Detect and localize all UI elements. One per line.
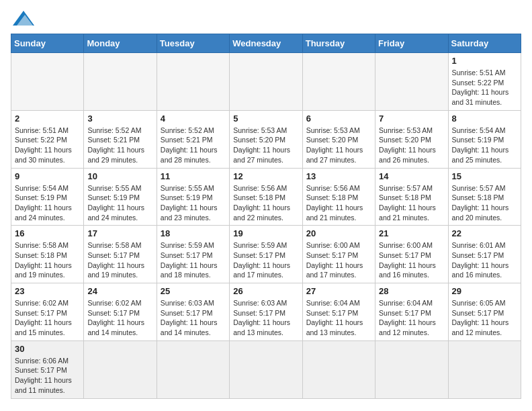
weekday-header-sunday: Sunday <box>11 34 84 53</box>
day-info: Sunrise: 6:03 AM Sunset: 5:17 PM Dayligh… <box>161 298 226 338</box>
weekday-header-tuesday: Tuesday <box>157 34 229 53</box>
day-number: 17 <box>87 228 152 238</box>
day-info: Sunrise: 6:04 AM Sunset: 5:17 PM Dayligh… <box>379 298 444 338</box>
calendar-cell: 17Sunrise: 5:58 AM Sunset: 5:17 PM Dayli… <box>84 226 157 283</box>
calendar-cell: 26Sunrise: 6:03 AM Sunset: 5:17 PM Dayli… <box>230 283 302 341</box>
calendar-cell: 10Sunrise: 5:55 AM Sunset: 5:19 PM Dayli… <box>84 168 157 226</box>
day-number: 5 <box>233 113 298 124</box>
day-info: Sunrise: 5:55 AM Sunset: 5:19 PM Dayligh… <box>161 183 226 223</box>
day-number: 10 <box>87 171 152 181</box>
calendar-cell: 23Sunrise: 6:02 AM Sunset: 5:17 PM Dayli… <box>11 283 84 341</box>
calendar-cell: 16Sunrise: 5:58 AM Sunset: 5:18 PM Dayli… <box>11 226 84 283</box>
calendar-cell: 5Sunrise: 5:53 AM Sunset: 5:20 PM Daylig… <box>230 110 302 168</box>
logo <box>11 11 34 27</box>
day-number: 25 <box>161 286 226 296</box>
day-info: Sunrise: 5:51 AM Sunset: 5:22 PM Dayligh… <box>15 126 80 165</box>
calendar-cell <box>11 53 84 111</box>
calendar-cell: 13Sunrise: 5:56 AM Sunset: 5:18 PM Dayli… <box>302 168 375 226</box>
calendar-cell-empty <box>157 340 229 398</box>
logo-icon <box>13 11 34 26</box>
weekday-header-monday: Monday <box>84 34 157 53</box>
calendar-cell: 6Sunrise: 5:53 AM Sunset: 5:20 PM Daylig… <box>302 110 375 168</box>
day-info: Sunrise: 5:57 AM Sunset: 5:18 PM Dayligh… <box>379 183 444 223</box>
calendar-cell: 3Sunrise: 5:52 AM Sunset: 5:21 PM Daylig… <box>84 110 157 168</box>
day-info: Sunrise: 5:58 AM Sunset: 5:18 PM Dayligh… <box>15 240 80 280</box>
calendar-week-row: 2Sunrise: 5:51 AM Sunset: 5:22 PM Daylig… <box>11 110 521 168</box>
calendar-cell <box>84 53 157 111</box>
day-info: Sunrise: 6:04 AM Sunset: 5:17 PM Dayligh… <box>306 298 371 338</box>
calendar-cell <box>157 53 229 111</box>
day-number: 27 <box>306 286 371 296</box>
calendar-cell: 14Sunrise: 5:57 AM Sunset: 5:18 PM Dayli… <box>375 168 448 226</box>
day-info: Sunrise: 5:54 AM Sunset: 5:19 PM Dayligh… <box>452 126 517 165</box>
day-number: 13 <box>306 171 371 181</box>
calendar-cell: 11Sunrise: 5:55 AM Sunset: 5:19 PM Dayli… <box>157 168 229 226</box>
day-info: Sunrise: 5:53 AM Sunset: 5:20 PM Dayligh… <box>233 126 298 165</box>
day-info: Sunrise: 6:06 AM Sunset: 5:17 PM Dayligh… <box>15 356 80 396</box>
day-number: 26 <box>233 286 298 296</box>
calendar-cell-empty <box>375 340 448 398</box>
calendar-cell <box>302 53 375 111</box>
calendar-week-row: 23Sunrise: 6:02 AM Sunset: 5:17 PM Dayli… <box>11 283 521 341</box>
day-number: 11 <box>161 171 226 181</box>
calendar-cell: 12Sunrise: 5:56 AM Sunset: 5:18 PM Dayli… <box>230 168 302 226</box>
day-number: 23 <box>15 286 80 296</box>
calendar-cell: 18Sunrise: 5:59 AM Sunset: 5:17 PM Dayli… <box>157 226 229 283</box>
calendar: SundayMondayTuesdayWednesdayThursdayFrid… <box>11 34 521 399</box>
day-number: 4 <box>161 113 226 124</box>
calendar-cell-empty <box>302 340 375 398</box>
calendar-cell: 22Sunrise: 6:01 AM Sunset: 5:17 PM Dayli… <box>448 226 521 283</box>
calendar-cell: 27Sunrise: 6:04 AM Sunset: 5:17 PM Dayli… <box>302 283 375 341</box>
calendar-cell: 9Sunrise: 5:54 AM Sunset: 5:19 PM Daylig… <box>11 168 84 226</box>
calendar-cell: 8Sunrise: 5:54 AM Sunset: 5:19 PM Daylig… <box>448 110 521 168</box>
day-info: Sunrise: 6:00 AM Sunset: 5:17 PM Dayligh… <box>306 240 371 280</box>
calendar-cell: 28Sunrise: 6:04 AM Sunset: 5:17 PM Dayli… <box>375 283 448 341</box>
calendar-cell-empty <box>230 340 302 398</box>
weekday-header-saturday: Saturday <box>448 34 521 53</box>
day-info: Sunrise: 5:59 AM Sunset: 5:17 PM Dayligh… <box>161 240 226 280</box>
day-number: 1 <box>452 56 517 66</box>
day-info: Sunrise: 5:53 AM Sunset: 5:20 PM Dayligh… <box>306 126 371 165</box>
day-number: 3 <box>87 113 152 124</box>
day-info: Sunrise: 6:05 AM Sunset: 5:17 PM Dayligh… <box>452 298 517 338</box>
calendar-cell: 20Sunrise: 6:00 AM Sunset: 5:17 PM Dayli… <box>302 226 375 283</box>
day-number: 29 <box>452 286 517 296</box>
calendar-cell <box>375 53 448 111</box>
day-number: 9 <box>15 171 80 181</box>
calendar-cell: 21Sunrise: 6:00 AM Sunset: 5:17 PM Dayli… <box>375 226 448 283</box>
day-number: 8 <box>452 113 517 124</box>
day-number: 12 <box>233 171 298 181</box>
day-info: Sunrise: 5:52 AM Sunset: 5:21 PM Dayligh… <box>87 126 152 165</box>
day-info: Sunrise: 5:56 AM Sunset: 5:18 PM Dayligh… <box>306 183 371 223</box>
day-info: Sunrise: 6:00 AM Sunset: 5:17 PM Dayligh… <box>379 240 444 280</box>
calendar-week-row: 16Sunrise: 5:58 AM Sunset: 5:18 PM Dayli… <box>11 226 521 283</box>
day-info: Sunrise: 6:01 AM Sunset: 5:17 PM Dayligh… <box>452 240 517 280</box>
calendar-cell: 2Sunrise: 5:51 AM Sunset: 5:22 PM Daylig… <box>11 110 84 168</box>
weekday-header-thursday: Thursday <box>302 34 375 53</box>
day-number: 30 <box>15 344 80 354</box>
calendar-cell: 24Sunrise: 6:02 AM Sunset: 5:17 PM Dayli… <box>84 283 157 341</box>
day-number: 14 <box>379 171 444 181</box>
calendar-cell: 7Sunrise: 5:53 AM Sunset: 5:20 PM Daylig… <box>375 110 448 168</box>
day-info: Sunrise: 5:56 AM Sunset: 5:18 PM Dayligh… <box>233 183 298 223</box>
day-number: 21 <box>379 228 444 238</box>
day-number: 15 <box>452 171 517 181</box>
calendar-cell: 15Sunrise: 5:57 AM Sunset: 5:18 PM Dayli… <box>448 168 521 226</box>
day-info: Sunrise: 5:53 AM Sunset: 5:20 PM Dayligh… <box>379 126 444 165</box>
day-info: Sunrise: 5:54 AM Sunset: 5:19 PM Dayligh… <box>15 183 80 223</box>
day-info: Sunrise: 5:59 AM Sunset: 5:17 PM Dayligh… <box>233 240 298 280</box>
day-number: 22 <box>452 228 517 238</box>
calendar-cell: 1Sunrise: 5:51 AM Sunset: 5:22 PM Daylig… <box>448 53 521 111</box>
day-info: Sunrise: 5:58 AM Sunset: 5:17 PM Dayligh… <box>87 240 152 280</box>
calendar-cell <box>230 53 302 111</box>
day-info: Sunrise: 5:52 AM Sunset: 5:21 PM Dayligh… <box>161 126 226 165</box>
calendar-cell: 30Sunrise: 6:06 AM Sunset: 5:17 PM Dayli… <box>11 340 84 398</box>
weekday-header-row: SundayMondayTuesdayWednesdayThursdayFrid… <box>11 34 521 53</box>
calendar-cell: 4Sunrise: 5:52 AM Sunset: 5:21 PM Daylig… <box>157 110 229 168</box>
day-info: Sunrise: 6:02 AM Sunset: 5:17 PM Dayligh… <box>87 298 152 338</box>
day-number: 18 <box>161 228 226 238</box>
day-number: 20 <box>306 228 371 238</box>
calendar-cell-empty <box>448 340 521 398</box>
weekday-header-wednesday: Wednesday <box>230 34 302 53</box>
day-number: 7 <box>379 113 444 124</box>
